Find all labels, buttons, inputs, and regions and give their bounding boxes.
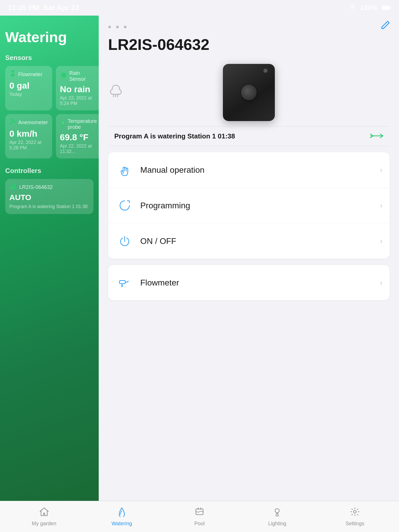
anemometer-card[interactable]: Anemometer 0 km/h Apr 22, 2022 at 5:28 P… bbox=[5, 114, 52, 158]
svg-rect-13 bbox=[14, 183, 15, 189]
svg-point-26 bbox=[354, 510, 356, 513]
water-icon bbox=[117, 507, 127, 519]
svg-line-4 bbox=[63, 77, 63, 78]
faucet-icon bbox=[115, 273, 134, 292]
onoff-chevron-icon: › bbox=[380, 237, 382, 245]
sensors-label: Sensors bbox=[5, 54, 94, 62]
controller-status-text: Program A is watering Station 1 01:38 bbox=[9, 203, 89, 210]
power-icon bbox=[115, 232, 134, 250]
onoff-label: ON / OFF bbox=[140, 236, 380, 246]
svg-line-3 bbox=[62, 77, 62, 78]
status-strip-text: Program A is watering Station 1 01:38 bbox=[114, 132, 235, 140]
pool-icon bbox=[194, 507, 205, 519]
manual-chevron-icon: › bbox=[380, 166, 382, 174]
device-image-area bbox=[99, 59, 399, 126]
tab-settings-label: Settings bbox=[345, 521, 364, 527]
anemometer-name: Anemometer bbox=[18, 119, 48, 125]
anemometer-header: Anemometer bbox=[9, 118, 48, 127]
flowmeter-item[interactable]: Flowmeter › bbox=[108, 265, 390, 300]
svg-rect-12 bbox=[12, 185, 14, 189]
flowmeter-icon bbox=[9, 70, 16, 78]
right-panel: LR2IS-064632 Program A is watering Stati… bbox=[99, 16, 399, 501]
controller-signal-icon bbox=[9, 183, 17, 191]
device-knob bbox=[241, 85, 257, 100]
anemometer-icon bbox=[9, 118, 16, 127]
svg-line-5 bbox=[64, 77, 65, 78]
controllers-label: Controllers bbox=[5, 167, 94, 175]
light-icon bbox=[272, 507, 282, 519]
device-title: LR2IS-064632 bbox=[99, 33, 399, 59]
sidebar: Watering Sensors Flowmeter 0 gal Today bbox=[0, 16, 99, 501]
tab-bar: My garden Watering Pool bbox=[0, 501, 399, 532]
flowmeter-chevron-icon: › bbox=[380, 278, 382, 287]
temperature-card[interactable]: Temperature probe 69.8 °F Apr 22, 2022 a… bbox=[56, 114, 99, 158]
rain-icon bbox=[60, 72, 67, 80]
rain-status-icon bbox=[108, 83, 124, 102]
gear-icon bbox=[350, 507, 360, 519]
svg-rect-19 bbox=[119, 281, 125, 284]
rain-sensor-name: Rain Sensor bbox=[69, 70, 97, 82]
manual-operation-label: Manual operation bbox=[140, 165, 380, 175]
rain-sensor-card[interactable]: Rain Sensor No rain Apr 22, 2022 at 5:24… bbox=[56, 66, 99, 110]
svg-rect-11 bbox=[11, 186, 12, 189]
programming-label: Programming bbox=[140, 201, 380, 210]
flowmeter-subtitle: Today bbox=[9, 92, 48, 97]
svg-rect-10 bbox=[9, 187, 10, 189]
tab-mygarden-label: My garden bbox=[32, 521, 56, 527]
svg-rect-2 bbox=[383, 6, 389, 9]
controller-id: LR2IS-064632 bbox=[19, 184, 53, 190]
controller-card[interactable]: LR2IS-064632 AUTO Program A is watering … bbox=[5, 179, 94, 214]
flowmeter-card[interactable]: Flowmeter 0 gal Today bbox=[5, 66, 52, 110]
arrow-right-icon bbox=[370, 132, 383, 141]
svg-point-21 bbox=[122, 285, 123, 287]
sidebar-title: Watering bbox=[5, 29, 94, 45]
tab-settings[interactable]: Settings bbox=[316, 507, 394, 527]
wifi-icon bbox=[348, 4, 356, 12]
svg-line-16 bbox=[117, 95, 118, 97]
svg-rect-9 bbox=[63, 121, 63, 124]
svg-line-14 bbox=[113, 95, 114, 97]
status-strip: Program A is watering Station 1 01:38 bbox=[108, 126, 390, 146]
rain-subtitle: Apr 22, 2022 at 5:24 PM bbox=[60, 95, 97, 106]
tab-watering-label: Watering bbox=[111, 521, 132, 527]
anemometer-value: 0 km/h bbox=[9, 129, 48, 139]
controller-name: AUTO bbox=[9, 193, 89, 202]
device-image bbox=[223, 64, 275, 121]
status-right: 100% bbox=[348, 4, 391, 12]
sensor-grid: Flowmeter 0 gal Today Rain Sensor bbox=[5, 66, 94, 158]
manual-operation-item[interactable]: Manual operation › bbox=[108, 152, 390, 188]
flowmeter-value: 0 gal bbox=[9, 81, 48, 91]
onoff-item[interactable]: ON / OFF › bbox=[108, 223, 390, 259]
tab-mygarden[interactable]: My garden bbox=[5, 507, 83, 527]
temp-header: Temperature probe bbox=[60, 118, 97, 130]
flowmeter-name: Flowmeter bbox=[18, 71, 42, 77]
rain-header: Rain Sensor bbox=[60, 70, 97, 82]
programming-item[interactable]: Programming › bbox=[108, 188, 390, 223]
anemometer-subtitle: Apr 22, 2022 at 5:28 PM bbox=[9, 140, 48, 151]
programming-icon bbox=[115, 196, 134, 215]
tab-watering[interactable]: Watering bbox=[83, 507, 161, 527]
controller-header: LR2IS-064632 bbox=[9, 183, 89, 191]
flowmeter-menu-label: Flowmeter bbox=[140, 278, 380, 288]
tab-lighting[interactable]: Lighting bbox=[238, 507, 316, 527]
home-icon bbox=[39, 507, 49, 519]
temp-value: 69.8 °F bbox=[60, 132, 97, 142]
tab-lighting-label: Lighting bbox=[268, 521, 286, 527]
flowmeter-header: Flowmeter bbox=[9, 70, 48, 78]
rain-value: No rain bbox=[60, 84, 97, 94]
battery-percent: 100% bbox=[361, 4, 378, 12]
menu-group-1: Manual operation › Programming › bbox=[108, 152, 390, 259]
temp-icon bbox=[60, 120, 66, 128]
temp-name: Temperature probe bbox=[68, 118, 97, 130]
tab-pool[interactable]: Pool bbox=[161, 507, 238, 527]
top-dots bbox=[107, 26, 128, 28]
svg-point-6 bbox=[12, 121, 14, 122]
battery-icon bbox=[382, 5, 391, 10]
svg-rect-1 bbox=[390, 7, 391, 9]
status-time-date: 11:35 PM Sat Apr 23 bbox=[8, 4, 79, 12]
edit-icon[interactable] bbox=[380, 20, 391, 33]
temp-subtitle: Apr 22, 2022 at 11:32... bbox=[60, 143, 97, 154]
menu-group-2: Flowmeter › bbox=[108, 265, 390, 300]
svg-line-15 bbox=[115, 95, 116, 97]
status-bar: 11:35 PM Sat Apr 23 100% bbox=[0, 0, 399, 16]
